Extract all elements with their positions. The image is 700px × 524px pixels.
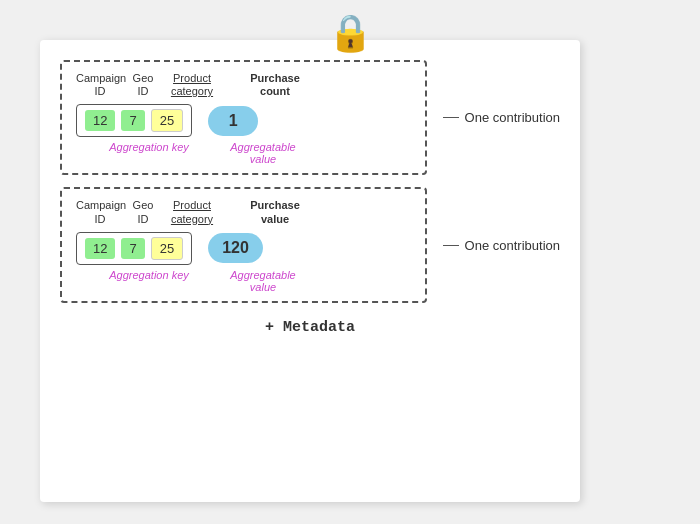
contribution-2-block: Campaign ID Geo ID Product category Purc… xyxy=(60,187,427,302)
contribution-1-block: Campaign ID Geo ID Product category Purc… xyxy=(60,60,427,175)
contribution-1-labels: Aggregation key Aggregatable value xyxy=(76,141,411,165)
product-category-header-2: Product category xyxy=(162,199,222,225)
geo-val-1: 7 xyxy=(121,110,144,131)
line-dash-1 xyxy=(443,117,459,118)
contribution-1-wrapper: Campaign ID Geo ID Product category Purc… xyxy=(60,60,560,175)
contribution-2-side-label: One contribution xyxy=(443,238,560,253)
line-dash-2 xyxy=(443,245,459,246)
contribution-1-side-label: One contribution xyxy=(443,110,560,125)
geo-id-header-2: Geo ID xyxy=(124,199,162,225)
geo-val-2: 7 xyxy=(121,238,144,259)
lock-icon: 🔒 xyxy=(328,12,373,54)
aggregatable-circle-2: 120 xyxy=(208,233,263,263)
contribution-1-inner-box: 12 7 25 xyxy=(76,104,192,137)
contribution-2-labels: Aggregation key Aggregatable value xyxy=(76,269,411,293)
product-val-2: 25 xyxy=(151,237,183,260)
campaign-id-header-2: Campaign ID xyxy=(76,199,124,225)
contribution-2-inner-box: 12 7 25 xyxy=(76,232,192,265)
product-category-header-1: Product category xyxy=(162,72,222,98)
contribution-2-wrapper: Campaign ID Geo ID Product category Purc… xyxy=(60,187,560,302)
contribution-2-headers: Campaign ID Geo ID Product category Purc… xyxy=(76,199,411,225)
campaign-val-2: 12 xyxy=(85,238,115,259)
agg-key-label-1: Aggregation key xyxy=(84,141,214,153)
contribution-1-label-text: One contribution xyxy=(465,110,560,125)
agg-key-label-2: Aggregation key xyxy=(84,269,214,281)
purchase-count-header-1: Purchase count xyxy=(240,72,310,98)
geo-id-header-1: Geo ID xyxy=(124,72,162,98)
agg-value-label-2: Aggregatable value xyxy=(228,269,298,293)
purchase-value-header-2: Purchase value xyxy=(240,199,310,225)
campaign-id-header-1: Campaign ID xyxy=(76,72,124,98)
aggregatable-circle-1: 1 xyxy=(208,106,258,136)
metadata-label: + Metadata xyxy=(60,319,560,336)
outer-container: 🔒 Campaign ID Geo ID Product category Pu… xyxy=(20,12,680,512)
contribution-1-headers: Campaign ID Geo ID Product category Purc… xyxy=(76,72,411,98)
contribution-1-data-row: 12 7 25 1 xyxy=(76,104,411,137)
campaign-val-1: 12 xyxy=(85,110,115,131)
contribution-2-data-row: 12 7 25 120 xyxy=(76,232,411,265)
contribution-2-label-text: One contribution xyxy=(465,238,560,253)
content-area: Campaign ID Geo ID Product category Purc… xyxy=(40,40,580,502)
product-val-1: 25 xyxy=(151,109,183,132)
agg-value-label-1: Aggregatable value xyxy=(228,141,298,165)
